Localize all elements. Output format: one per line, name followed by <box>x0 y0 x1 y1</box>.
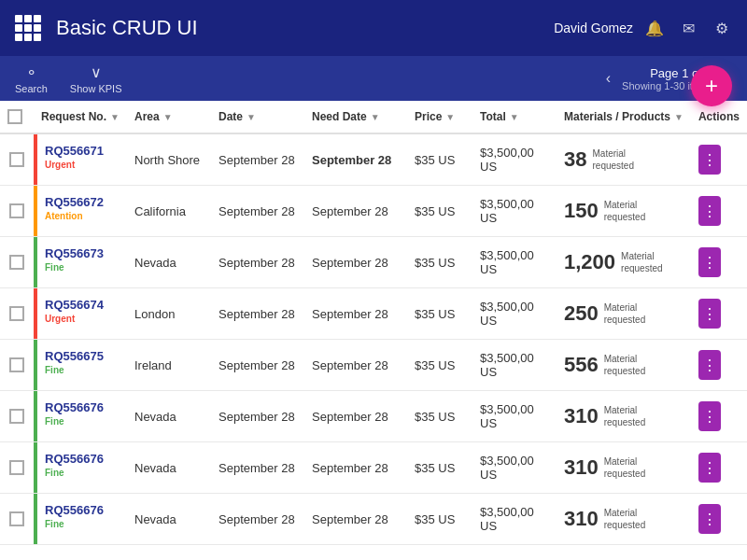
date-cell: September 28 <box>211 133 304 186</box>
materials-cell: 38 Material requested <box>557 133 691 186</box>
req-no-value: RQ556676 <box>45 452 104 466</box>
row-action-button[interactable]: ⋮ <box>698 350 721 380</box>
sort-icon-reqno[interactable]: ▼ <box>110 112 120 122</box>
col-materials: Materials / Products▼ <box>557 101 691 133</box>
actions-cell: ⋮ <box>691 494 747 545</box>
sort-icon-price[interactable]: ▼ <box>445 112 455 122</box>
price-value: $35 US <box>415 358 455 372</box>
sort-icon-total[interactable]: ▼ <box>510 112 519 122</box>
row-action-button[interactable]: ⋮ <box>698 247 721 277</box>
req-no-cell: RQ556676 Fine <box>34 391 127 442</box>
sort-icon-materials[interactable]: ▼ <box>674 112 684 122</box>
row-action-button[interactable]: ⋮ <box>698 299 721 329</box>
area-value: Ireland <box>134 358 172 372</box>
row-action-button[interactable]: ⋮ <box>698 453 721 483</box>
sort-icon-needdate[interactable]: ▼ <box>371 112 380 122</box>
materials-cell: 150 Material requested <box>557 186 691 237</box>
search-button[interactable]: ⚬ Search <box>15 63 48 94</box>
gear-icon[interactable]: ⚙ <box>712 18 732 38</box>
table-wrapper: Request No.▼ Area▼ Date▼ Need Date▼ Pric… <box>0 101 747 560</box>
req-no-cell: RQ556671 Urgent <box>34 133 127 186</box>
row-checkbox[interactable] <box>9 203 24 218</box>
total-value: $3,500,00 US <box>480 197 534 225</box>
table-row: RQ556673 Fine Nevada September 28 Septem… <box>0 237 747 288</box>
table-body: RQ556671 Urgent North Shore September 28… <box>0 133 747 545</box>
total-cell: $3,500,00 US <box>472 494 557 545</box>
table-row: RQ556671 Urgent North Shore September 28… <box>0 133 747 186</box>
grid-icon[interactable] <box>15 15 41 41</box>
area-value: Nevada <box>134 410 176 424</box>
materials-cell: 310 Material requested <box>557 442 691 494</box>
toolbar: ⚬ Search ∨ Show KPIS ‹ Page 1 of 5 Showi… <box>0 56 747 101</box>
req-no-content: RQ556674 Urgent <box>37 288 111 339</box>
bell-icon[interactable]: 🔔 <box>644 18 665 38</box>
row-checkbox[interactable] <box>9 409 24 424</box>
row-checkbox[interactable] <box>9 255 24 270</box>
price-value: $35 US <box>415 512 455 526</box>
date-value: September 28 <box>218 153 295 167</box>
total-cell: $3,500,00 US <box>472 340 557 391</box>
price-cell: $35 US <box>407 186 472 237</box>
mail-icon[interactable]: ✉ <box>678 18 698 38</box>
mat-count: 250 <box>564 301 599 326</box>
area-cell: Ireland <box>127 340 211 391</box>
col-price: Price▼ <box>407 101 472 133</box>
row-checkbox[interactable] <box>9 306 24 321</box>
row-action-button[interactable]: ⋮ <box>698 504 721 534</box>
req-no-cell: RQ556673 Fine <box>34 237 127 288</box>
area-cell: North Shore <box>127 133 211 186</box>
price-cell: $35 US <box>407 494 472 545</box>
total-value: $3,500,00 US <box>480 146 534 174</box>
date-value: September 28 <box>218 358 295 372</box>
status-label: Fine <box>45 519 104 529</box>
status-label: Fine <box>45 262 104 273</box>
col-date: Date▼ <box>211 101 304 133</box>
show-kpis-button[interactable]: ∨ Show KPIS <box>70 63 122 94</box>
materials-cell: 1,200 Material requested <box>557 237 691 288</box>
date-cell: September 28 <box>211 494 304 545</box>
price-value: $35 US <box>415 204 455 218</box>
row-checkbox-cell <box>0 340 34 391</box>
need-date-value: September 28 <box>312 256 388 270</box>
col-actions: Actions <box>691 101 747 133</box>
price-cell: $35 US <box>407 133 472 186</box>
area-cell: Nevada <box>127 494 211 545</box>
area-value: California <box>134 204 186 218</box>
sort-icon-date[interactable]: ▼ <box>247 112 256 122</box>
req-no-content: RQ556672 Atention <box>37 186 111 236</box>
prev-page-button[interactable]: ‹ <box>602 66 614 91</box>
row-checkbox[interactable] <box>9 460 24 475</box>
date-cell: September 28 <box>211 288 304 340</box>
req-no-value: RQ556676 <box>45 503 104 517</box>
row-action-button[interactable]: ⋮ <box>698 145 721 175</box>
select-all-checkbox[interactable] <box>7 109 22 124</box>
total-cell: $3,500,00 US <box>472 186 557 237</box>
actions-cell: ⋮ <box>691 391 747 442</box>
row-checkbox[interactable] <box>9 511 24 526</box>
row-checkbox-cell <box>0 186 34 237</box>
date-value: September 28 <box>218 204 295 218</box>
date-value: September 28 <box>218 410 295 424</box>
row-checkbox[interactable] <box>9 357 24 372</box>
table-row: RQ556676 Fine Nevada September 28 Septem… <box>0 494 747 545</box>
actions-cell: ⋮ <box>691 340 747 391</box>
row-action-button[interactable]: ⋮ <box>698 401 721 431</box>
price-cell: $35 US <box>407 340 472 391</box>
req-no-value: RQ556672 <box>45 195 104 209</box>
need-date-cell: September 28 <box>304 288 407 340</box>
date-cell: September 28 <box>211 442 304 494</box>
price-value: $35 US <box>415 461 455 475</box>
row-checkbox[interactable] <box>9 152 24 167</box>
sort-icon-area[interactable]: ▼ <box>163 112 173 122</box>
req-no-value: RQ556676 <box>45 400 104 414</box>
total-cell: $3,500,00 US <box>472 391 557 442</box>
col-total: Total▼ <box>472 101 557 133</box>
row-action-button[interactable]: ⋮ <box>698 196 721 226</box>
add-record-button[interactable]: + <box>691 65 732 106</box>
header-left: Basic CRUD UI <box>15 15 198 41</box>
price-cell: $35 US <box>407 442 472 494</box>
col-need-date: Need Date▼ <box>304 101 407 133</box>
row-checkbox-cell <box>0 391 34 442</box>
mat-label: Material requested <box>604 199 656 223</box>
table-header: Request No.▼ Area▼ Date▼ Need Date▼ Pric… <box>0 101 747 133</box>
